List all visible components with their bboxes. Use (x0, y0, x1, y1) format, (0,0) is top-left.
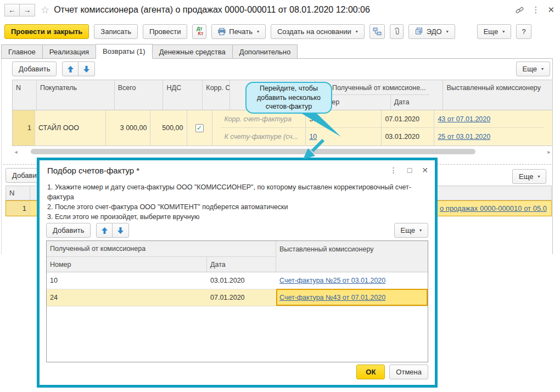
subrow2-kind: К счету-фактуре (сч... (221, 128, 306, 145)
dialog-table: Полученный от комиссионера Выставленный … (46, 240, 428, 362)
edo-button[interactable]: ЭДО▾ (408, 24, 455, 39)
subrow1-number[interactable]: 37 (306, 110, 382, 127)
dialog-table-group-header: Полученный от комиссионера Выставленный … (47, 241, 428, 257)
subrow1-date[interactable]: 07.01.2020 (382, 110, 434, 127)
dialog-col-issued[interactable]: Выставленный комиссионеру (276, 241, 428, 257)
related-documents-button[interactable] (369, 24, 385, 39)
dialog-title: Подбор счетов-фактур * (47, 166, 139, 175)
window-menu-icon[interactable]: ⋮ (531, 5, 540, 15)
link-icon[interactable] (516, 6, 524, 14)
tab-realizatsiya[interactable]: Реализация (43, 44, 96, 59)
move-up-button[interactable] (62, 61, 79, 76)
lower-row-report-link[interactable]: о продажах 0000-000010 от 05.0 (440, 201, 547, 216)
col-date[interactable]: Дата (391, 95, 443, 110)
dialog-col-date[interactable]: Дата (207, 257, 276, 272)
col-invoice-kind[interactable] (230, 80, 315, 110)
table-row[interactable]: 1 СТАЙЛ ООО 3 000,00 500,00 ✓ Корр. счет… (13, 110, 552, 145)
dialog-row2-selected-cell[interactable]: Счет-фактура №43 от 07.01.2020 (276, 289, 428, 306)
col-corr[interactable]: Корр. СФ (203, 80, 230, 110)
tab-vozvraty[interactable]: Возвраты (1) (96, 44, 153, 59)
dialog-row2-number[interactable]: 24 (47, 289, 207, 306)
window-close-icon[interactable]: ✕ (547, 5, 555, 15)
help-button[interactable]: ? (516, 24, 531, 39)
row-buyer[interactable]: СТАЙЛ ООО (35, 110, 106, 145)
received-number-link[interactable]: 10 (309, 133, 317, 141)
col-issued[interactable]: Выставленный комиссионеру (443, 80, 552, 110)
create-on-basis-button[interactable]: Создать на основании▾ (271, 24, 365, 39)
instruction-line: 1. Укажите номер и дату счета-фактуры ОО… (47, 182, 416, 202)
subrow2-issued-cell: 25 от 03.01.2020 (434, 128, 544, 145)
col-buyer[interactable]: Покупатель (37, 80, 115, 110)
col-vat[interactable]: НДС (163, 80, 203, 110)
caret-down-icon: ▾ (502, 29, 505, 34)
forward-arrow-icon: → (24, 5, 31, 14)
ok-button[interactable]: ОК (356, 365, 385, 379)
dialog-more-button[interactable]: Еще▾ (394, 223, 428, 238)
forward-button[interactable]: → (20, 4, 35, 16)
back-button[interactable]: ← (4, 4, 20, 16)
dialog-add-button[interactable]: Добавить (46, 223, 91, 238)
page-title: Отчет комиссионера (агента) о продажах 0… (54, 5, 370, 15)
row-vat[interactable]: 500,00 (150, 110, 187, 145)
dialog-row2-date[interactable]: 07.01.2020 (207, 289, 276, 306)
dialog-col-received[interactable]: Полученный от комиссионера (47, 241, 276, 257)
arrow-down-icon (117, 227, 124, 234)
col-received-group[interactable]: Полученный от комиссионе... Номер Дата (315, 80, 443, 110)
dialog-row[interactable]: 10 03.01.2020 Счет-фактура №25 от 03.01.… (47, 272, 428, 289)
tab-dopolnitelno[interactable]: Дополнительно (233, 44, 298, 59)
corr-checkbox[interactable]: ✓ (195, 124, 204, 132)
instruction-line: 3. Если этого не произойдет, выберите вр… (47, 212, 416, 222)
cancel-button[interactable]: Отмена (389, 365, 428, 379)
add-button[interactable]: Добавить (12, 61, 57, 76)
caret-down-icon: ▾ (446, 29, 449, 34)
dialog-move-up-button[interactable] (96, 223, 113, 238)
print-button[interactable]: Печать▾ (211, 24, 266, 39)
write-button[interactable]: Записать (94, 24, 138, 39)
dialog-maximize-icon[interactable]: □ (407, 166, 412, 175)
row-corr-cell[interactable]: ✓ (187, 110, 212, 145)
more-button-lower[interactable]: Еще▾ (512, 169, 546, 184)
invoice-link-selected[interactable]: Счет-фактура №43 от 07.01.2020 (279, 294, 385, 301)
subrow-corr-invoice[interactable]: Корр. счет-фактура 37 07.01.2020 43 от 0… (221, 110, 544, 128)
col-number[interactable]: Номер (315, 95, 391, 110)
dialog-col-number[interactable]: Номер (47, 257, 207, 272)
tab-glavnoe[interactable]: Главное (1, 44, 43, 59)
invoice-selection-dialog: Подбор счетов-фактур * ⋮ □ ✕ 1. Укажите … (37, 158, 438, 388)
caret-down-icon: ▾ (541, 66, 544, 71)
subrow-to-invoice[interactable]: К счету-фактуре (сч... 10 03.01.2020 25 … (221, 128, 544, 145)
horizontal-scrollbar[interactable]: ◂ ▸ (12, 148, 553, 155)
dialog-row1-date[interactable]: 03.01.2020 (207, 272, 276, 289)
invoice-link[interactable]: Счет-фактура №25 от 03.01.2020 (279, 277, 385, 284)
issued-invoice-link[interactable]: 25 от 03.01.2020 (438, 133, 490, 141)
dialog-move-down-button[interactable] (113, 223, 129, 238)
paperclip-icon (393, 27, 400, 36)
post-button[interactable]: Провести (143, 24, 188, 39)
issued-invoice-link[interactable]: 43 от 07.01.2020 (438, 115, 490, 123)
move-down-button[interactable] (79, 61, 95, 76)
arrow-up-icon (68, 66, 74, 72)
attachments-button[interactable] (390, 24, 404, 39)
dialog-row1-number[interactable]: 10 (47, 272, 207, 289)
col-total[interactable]: Всего (115, 80, 164, 110)
scroll-left-icon[interactable]: ◂ (12, 149, 20, 155)
row-total[interactable]: 3 000,00 (106, 110, 150, 145)
dialog-row-selected[interactable]: 24 07.01.2020 Счет-фактура №43 от 07.01.… (47, 289, 428, 306)
tab-bar: Главное Реализация Возвраты (1) Денежные… (1, 44, 553, 59)
tab-denezhnye-sredstva[interactable]: Денежные средства (153, 44, 233, 59)
favorite-star-icon[interactable]: ☆ (41, 4, 49, 16)
subrow2-date[interactable]: 03.01.2020 (382, 128, 434, 145)
dtkt-button[interactable]: ДтКт (192, 24, 206, 39)
lower-col-n[interactable]: N (6, 186, 30, 200)
returns-table: N Покупатель Всего НДС Корр. СФ Полученн… (12, 80, 553, 146)
more-button-toolbar[interactable]: Еще▾ (477, 24, 511, 39)
dialog-toolbar: Добавить Еще▾ (46, 223, 428, 238)
scroll-right-icon[interactable]: ▸ (545, 149, 553, 155)
more-button-returns[interactable]: Еще▾ (516, 61, 550, 76)
dialog-menu-icon[interactable]: ⋮ (390, 166, 397, 175)
dialog-close-icon[interactable]: ✕ (422, 166, 428, 175)
col-n[interactable]: N (13, 80, 37, 110)
subrow2-number-cell: 10 (306, 128, 382, 145)
scrollbar-thumb[interactable] (31, 149, 475, 154)
row-subrows: Корр. счет-фактура 37 07.01.2020 43 от 0… (212, 110, 552, 145)
post-and-close-button[interactable]: Провести и закрыть (4, 24, 89, 39)
